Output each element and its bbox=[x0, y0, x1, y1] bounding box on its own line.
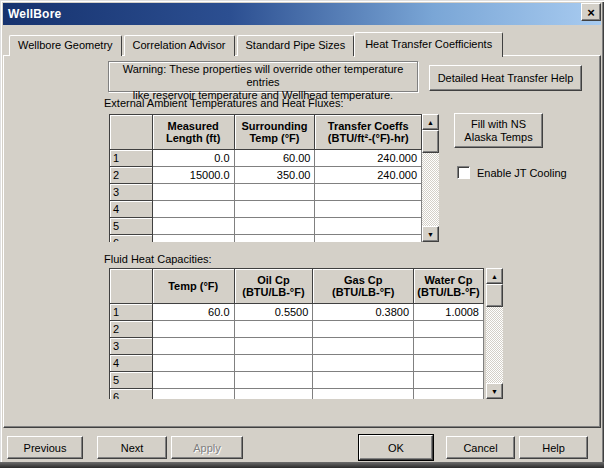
title-bar[interactable]: WellBore bbox=[3, 3, 601, 25]
scroll-down-icon[interactable]: ▼ bbox=[486, 383, 503, 399]
apply-button: Apply bbox=[171, 436, 243, 459]
row-header[interactable]: 1 bbox=[110, 304, 153, 321]
fill-with-ns-alaska-temps-button[interactable]: Fill with NS Alaska Temps bbox=[454, 113, 543, 148]
detailed-heat-transfer-help-button[interactable]: Detailed Heat Transfer Help bbox=[429, 65, 582, 91]
cell-oil-cp[interactable] bbox=[234, 321, 313, 338]
cell-surrounding-temp[interactable]: 60.00 bbox=[234, 150, 315, 167]
cell-water-cp[interactable] bbox=[414, 389, 484, 400]
cell-measured-length[interactable] bbox=[152, 184, 234, 201]
cell-transfer-coeffs[interactable]: 240.000 bbox=[315, 167, 422, 184]
cell-measured-length[interactable]: 0.0 bbox=[152, 150, 234, 167]
fluid-table-scrollbar[interactable]: ▲ ▼ bbox=[486, 268, 503, 399]
tab-heat-transfer-coefficients[interactable]: Heat Transfer Coefficients bbox=[354, 32, 503, 57]
cell-surrounding-temp[interactable] bbox=[234, 184, 315, 201]
cell-temp[interactable]: 60.0 bbox=[152, 304, 234, 321]
cell-temp[interactable] bbox=[152, 372, 234, 389]
cell-oil-cp[interactable] bbox=[234, 338, 313, 355]
cell-gas-cp[interactable] bbox=[313, 389, 414, 400]
cell-water-cp[interactable] bbox=[414, 338, 484, 355]
tab-strip: Wellbore Geometry Correlation Advisor St… bbox=[9, 31, 503, 56]
tab-label: Correlation Advisor bbox=[133, 39, 226, 51]
cell-temp[interactable] bbox=[152, 355, 234, 372]
cell-measured-length[interactable] bbox=[152, 235, 234, 243]
cell-measured-length[interactable] bbox=[152, 218, 234, 235]
table-header-row: Temp (°F) Oil Cp (BTU/LB-°F) Gas Cp (BTU… bbox=[110, 269, 484, 304]
table-row: 5 bbox=[110, 218, 422, 235]
row-header[interactable]: 3 bbox=[110, 338, 153, 355]
col-transfer-coeffs: Transfer Coeffs (BTU/ft²-(°F)-hr) bbox=[315, 115, 422, 150]
cell-water-cp[interactable]: 1.0008 bbox=[414, 304, 484, 321]
help-button[interactable]: Help bbox=[519, 436, 588, 459]
cell-gas-cp[interactable] bbox=[313, 355, 414, 372]
cell-surrounding-temp[interactable]: 350.00 bbox=[234, 167, 315, 184]
tab-wellbore-geometry[interactable]: Wellbore Geometry bbox=[9, 35, 122, 56]
table-row: 1 0.0 60.00 240.000 bbox=[110, 150, 422, 167]
enable-jt-cooling-label[interactable]: Enable JT Cooling bbox=[477, 167, 567, 179]
ambient-table-scrollbar[interactable]: ▲ ▼ bbox=[422, 114, 439, 242]
cell-water-cp[interactable] bbox=[414, 321, 484, 338]
window-title: WellBore bbox=[3, 7, 61, 21]
cell-transfer-coeffs[interactable] bbox=[315, 184, 422, 201]
table-row: 5 bbox=[110, 372, 484, 389]
cell-gas-cp[interactable] bbox=[313, 372, 414, 389]
cell-oil-cp[interactable]: 0.5500 bbox=[234, 304, 313, 321]
enable-jt-cooling-checkbox[interactable] bbox=[457, 166, 470, 179]
tab-standard-pipe-sizes[interactable]: Standard Pipe Sizes bbox=[237, 35, 355, 56]
row-header[interactable]: 5 bbox=[110, 218, 153, 235]
table-row: 2 15000.0 350.00 240.000 bbox=[110, 167, 422, 184]
scroll-up-icon[interactable]: ▲ bbox=[486, 268, 503, 284]
cell-temp[interactable] bbox=[152, 321, 234, 338]
col-gas-cp: Gas Cp (BTU/LB-°F) bbox=[313, 269, 414, 304]
scrollbar-thumb[interactable] bbox=[422, 130, 439, 153]
cell-surrounding-temp[interactable] bbox=[234, 235, 315, 243]
tab-label: Wellbore Geometry bbox=[18, 39, 113, 51]
cell-measured-length[interactable] bbox=[152, 201, 234, 218]
table-row: 6 bbox=[110, 235, 422, 243]
col-water-cp: Water Cp (BTU/LB-°F) bbox=[414, 269, 484, 304]
cell-oil-cp[interactable] bbox=[234, 372, 313, 389]
ok-button[interactable]: OK bbox=[359, 435, 433, 460]
row-header[interactable]: 4 bbox=[110, 355, 153, 372]
cell-gas-cp[interactable]: 0.3800 bbox=[313, 304, 414, 321]
cell-measured-length[interactable]: 15000.0 bbox=[152, 167, 234, 184]
row-header[interactable]: 3 bbox=[110, 184, 153, 201]
row-header[interactable]: 2 bbox=[110, 167, 153, 184]
cell-temp[interactable] bbox=[152, 389, 234, 400]
ambient-table-label: External Ambient Temperatures and Heat F… bbox=[104, 97, 343, 109]
tab-label: Standard Pipe Sizes bbox=[246, 39, 346, 51]
cell-oil-cp[interactable] bbox=[234, 355, 313, 372]
close-icon[interactable]: × bbox=[581, 3, 601, 21]
cell-transfer-coeffs[interactable] bbox=[315, 201, 422, 218]
scroll-up-icon[interactable]: ▲ bbox=[422, 114, 439, 130]
corner-cell bbox=[110, 269, 153, 304]
cell-temp[interactable] bbox=[152, 338, 234, 355]
row-header[interactable]: 2 bbox=[110, 321, 153, 338]
cell-transfer-coeffs[interactable] bbox=[315, 218, 422, 235]
row-header[interactable]: 5 bbox=[110, 372, 153, 389]
cell-gas-cp[interactable] bbox=[313, 321, 414, 338]
cell-surrounding-temp[interactable] bbox=[234, 218, 315, 235]
previous-button[interactable]: Previous bbox=[7, 436, 83, 459]
row-header[interactable]: 4 bbox=[110, 201, 153, 218]
corner-cell bbox=[110, 115, 153, 150]
cell-water-cp[interactable] bbox=[414, 372, 484, 389]
cell-transfer-coeffs[interactable]: 240.000 bbox=[315, 150, 422, 167]
cell-oil-cp[interactable] bbox=[234, 389, 313, 400]
row-header[interactable]: 6 bbox=[110, 235, 153, 243]
col-measured-length: Measured Length (ft) bbox=[152, 115, 234, 150]
cancel-button[interactable]: Cancel bbox=[446, 436, 515, 459]
row-header[interactable]: 1 bbox=[110, 150, 153, 167]
tab-correlation-advisor[interactable]: Correlation Advisor bbox=[124, 35, 235, 56]
scrollbar-thumb[interactable] bbox=[486, 284, 503, 307]
cell-gas-cp[interactable] bbox=[313, 338, 414, 355]
cell-surrounding-temp[interactable] bbox=[234, 201, 315, 218]
col-temp: Temp (°F) bbox=[152, 269, 234, 304]
ambient-table: Measured Length (ft) Surrounding Temp (°… bbox=[109, 114, 422, 242]
cell-water-cp[interactable] bbox=[414, 355, 484, 372]
row-header[interactable]: 6 bbox=[110, 389, 153, 400]
scroll-down-icon[interactable]: ▼ bbox=[422, 226, 439, 242]
next-button[interactable]: Next bbox=[97, 436, 167, 459]
table-row: 6 bbox=[110, 389, 484, 400]
cell-transfer-coeffs[interactable] bbox=[315, 235, 422, 243]
warning-text: Warning: These properties will override … bbox=[108, 61, 418, 92]
